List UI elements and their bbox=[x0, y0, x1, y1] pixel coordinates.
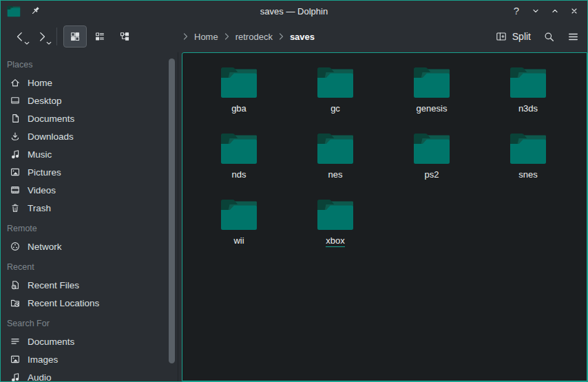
sidebar-item-recent-files[interactable]: Recent Files bbox=[1, 276, 178, 294]
folder-icon bbox=[316, 197, 355, 231]
sidebar-section-remote: RemoteNetwork bbox=[1, 220, 178, 255]
sidebar-item-label: Videos bbox=[28, 185, 56, 195]
breadcrumb-chevron-icon bbox=[224, 33, 230, 40]
sidebar-item-downloads[interactable]: Downloads bbox=[1, 127, 178, 145]
breadcrumb-item-retrodeck[interactable]: retrodeck bbox=[235, 32, 273, 42]
folder-view: gba gc genesis n3ds nds nes ps2 snes wii… bbox=[182, 52, 587, 381]
folder-icon bbox=[220, 65, 258, 99]
sidebar-item-music[interactable]: Music bbox=[1, 145, 178, 163]
sidebar-item-label: Downloads bbox=[28, 131, 74, 142]
icons-view-button[interactable] bbox=[63, 25, 87, 47]
folder-nes[interactable]: nes bbox=[287, 131, 384, 197]
breadcrumb-chevron-icon bbox=[182, 33, 189, 40]
toolbar: Homeretrodecksaves Split bbox=[1, 21, 587, 52]
sidebar-item-label: Music bbox=[28, 149, 52, 160]
sidebar-item-recent-locations[interactable]: Recent Locations bbox=[1, 294, 178, 312]
folder-snes[interactable]: snes bbox=[480, 131, 576, 197]
folder-label: wii bbox=[233, 235, 244, 246]
breadcrumb: Homeretrodecksaves bbox=[182, 21, 315, 52]
sidebar-item-desktop[interactable]: Desktop bbox=[1, 92, 178, 109]
icons-view-icon bbox=[70, 31, 81, 42]
forward-button[interactable] bbox=[31, 25, 53, 47]
sidebar-section-title: Places bbox=[1, 56, 178, 74]
tree-view-icon bbox=[119, 31, 130, 42]
folder-icon bbox=[412, 131, 451, 165]
close-button[interactable] bbox=[567, 3, 581, 19]
sidebar-scrollbar[interactable] bbox=[169, 59, 175, 363]
sidebar-item-network[interactable]: Network bbox=[1, 237, 178, 255]
help-button[interactable]: ? bbox=[510, 3, 523, 19]
folder-label: n3ds bbox=[518, 103, 538, 114]
sidebar-item-images[interactable]: Images bbox=[1, 350, 178, 368]
folder-label: gba bbox=[231, 103, 246, 114]
network-icon bbox=[10, 241, 21, 252]
details-view-button[interactable] bbox=[88, 25, 112, 47]
breadcrumb-chevron-icon bbox=[278, 33, 284, 40]
folder-icon bbox=[509, 131, 547, 165]
folder-icon bbox=[412, 65, 451, 99]
maximize-button[interactable] bbox=[548, 3, 562, 19]
toolbar-separator bbox=[56, 28, 57, 45]
sidebar-item-label: Desktop bbox=[28, 96, 62, 106]
sidebar-item-label: Images bbox=[28, 354, 58, 365]
sidebar-section-recent: RecentRecent FilesRecent Locations bbox=[1, 258, 178, 312]
sidebar-item-home[interactable]: Home bbox=[1, 74, 178, 92]
pin-icon[interactable] bbox=[30, 6, 41, 17]
sidebar-item-label: Pictures bbox=[28, 167, 61, 178]
folder-genesis[interactable]: genesis bbox=[384, 65, 480, 131]
music-note-icon bbox=[10, 372, 21, 381]
minimize-button[interactable] bbox=[529, 3, 543, 19]
window-title: saves — Dolphin bbox=[260, 6, 328, 16]
folder-gc[interactable]: gc bbox=[287, 65, 384, 131]
sidebar-item-label: Home bbox=[28, 78, 52, 88]
folder-icon bbox=[316, 131, 355, 165]
film-icon bbox=[10, 184, 21, 195]
music-note-icon bbox=[10, 149, 21, 160]
sidebar-item-label: Documents bbox=[28, 337, 74, 347]
sidebar-item-audio[interactable]: Audio bbox=[1, 368, 178, 381]
folder-wii[interactable]: wii bbox=[191, 197, 287, 263]
sidebar-item-documents[interactable]: Documents bbox=[1, 109, 178, 127]
folder-n3ds[interactable]: n3ds bbox=[480, 65, 576, 131]
folder-label: gc bbox=[330, 103, 340, 114]
sidebar-item-label: Documents bbox=[28, 114, 74, 124]
folder-nds[interactable]: nds bbox=[191, 131, 287, 197]
folder-gba[interactable]: gba bbox=[191, 65, 287, 131]
folder-label: xbox bbox=[326, 235, 344, 247]
back-dropdown-caret-icon bbox=[24, 41, 30, 45]
recent-locations-icon bbox=[10, 297, 21, 308]
document-icon bbox=[10, 113, 21, 124]
breadcrumb-item-home[interactable]: Home bbox=[193, 32, 219, 42]
folder-label: nds bbox=[232, 169, 246, 180]
folder-icon bbox=[220, 197, 258, 231]
back-button[interactable] bbox=[9, 25, 31, 47]
sidebar-item-videos[interactable]: Videos bbox=[1, 181, 178, 199]
tree-view-button[interactable] bbox=[113, 25, 136, 47]
search-button[interactable] bbox=[543, 31, 555, 43]
folder-ps2[interactable]: ps2 bbox=[384, 131, 480, 197]
sidebar-item-label: Network bbox=[28, 242, 62, 252]
folder-icon bbox=[220, 131, 258, 165]
folder-grid: gba gc genesis n3ds nds nes ps2 snes wii… bbox=[191, 65, 587, 263]
folder-xbox[interactable]: xbox bbox=[287, 197, 384, 263]
sidebar-section-search-for: Search ForDocumentsImagesAudio bbox=[1, 315, 178, 381]
split-view-icon bbox=[496, 31, 507, 42]
folder-label: ps2 bbox=[425, 169, 439, 180]
recent-files-icon bbox=[10, 279, 21, 290]
download-icon bbox=[10, 131, 21, 142]
folder-label: genesis bbox=[417, 103, 448, 114]
sidebar-item-pictures[interactable]: Pictures bbox=[1, 163, 178, 181]
dolphin-window: saves — Dolphin ? Homeretrodecksaves bbox=[0, 0, 588, 382]
sidebar-section-title: Remote bbox=[1, 220, 178, 237]
split-button[interactable]: Split bbox=[496, 31, 531, 42]
sidebar-item-documents[interactable]: Documents bbox=[1, 332, 178, 350]
sidebar-item-label: Audio bbox=[28, 372, 52, 382]
hamburger-menu-button[interactable] bbox=[567, 31, 579, 43]
window-folder-icon bbox=[7, 5, 21, 17]
folder-icon bbox=[316, 65, 355, 99]
text-lines-icon bbox=[10, 336, 21, 347]
image-icon bbox=[10, 167, 21, 178]
breadcrumb-current[interactable]: saves bbox=[289, 32, 315, 42]
sidebar-item-label: Trash bbox=[28, 203, 51, 213]
sidebar-item-trash[interactable]: Trash bbox=[1, 199, 178, 217]
